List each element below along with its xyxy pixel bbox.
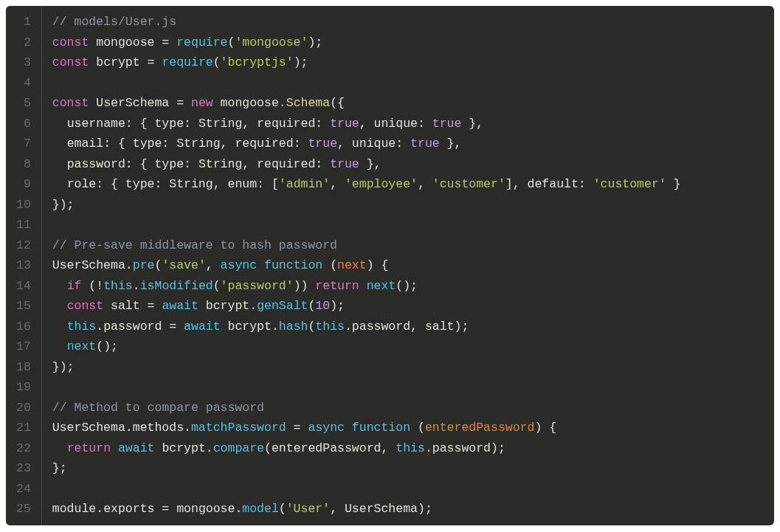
- token-id: required: [257, 157, 315, 171]
- token-kw2: this: [67, 319, 97, 334]
- token-pn: [89, 96, 96, 110]
- token-pn: .: [184, 421, 191, 435]
- token-pn: });: [52, 360, 75, 374]
- token-str: 'bcryptjs': [221, 55, 294, 69]
- token-kw: if: [67, 279, 82, 293]
- token-pn: (: [264, 441, 272, 455]
- token-id: mongoose: [176, 502, 235, 516]
- token-pn: ,: [337, 137, 352, 151]
- token-id: UserSchema: [52, 421, 125, 435]
- line-number: 15: [16, 296, 35, 317]
- code-line: // Method to compare password: [52, 398, 762, 418]
- token-id: type: [133, 137, 162, 151]
- token-pn: [221, 319, 228, 334]
- line-number: 25: [16, 499, 35, 519]
- token-pn: [213, 96, 221, 110]
- token-id: required: [257, 117, 315, 131]
- line-number: 4: [16, 73, 35, 94]
- token-id: salt: [425, 319, 455, 334]
- token-kw2: this: [103, 279, 133, 293]
- token-fn: model: [242, 502, 279, 516]
- line-number: 8: [16, 154, 35, 175]
- token-pn: [169, 96, 176, 110]
- token-pn: .: [425, 441, 432, 455]
- token-id: bcrypt: [206, 299, 249, 313]
- token-kw2: function: [352, 421, 410, 435]
- token-pn: .: [206, 441, 213, 455]
- token-id: required: [235, 137, 293, 151]
- line-number: 17: [16, 336, 35, 357]
- line-number-gutter: 1234567891011121314151617181920212223242…: [6, 6, 42, 525]
- token-pn: : {: [125, 117, 155, 131]
- token-pn: (!: [81, 279, 103, 293]
- token-str: 'save': [162, 258, 205, 272]
- token-id: mongoose: [96, 35, 154, 49]
- token-id: type: [125, 177, 155, 191]
- token-id: UserSchema: [96, 96, 169, 110]
- token-id: module: [52, 502, 96, 516]
- code-line: return await bcrypt.compare(enteredPassw…: [52, 438, 762, 459]
- code-line: });: [52, 195, 762, 215]
- token-id: password: [67, 157, 125, 171]
- code-line: };: [52, 458, 762, 479]
- token-id: salt: [111, 299, 140, 313]
- code-content[interactable]: // models/User.jsconst mongoose = requir…: [42, 6, 774, 525]
- token-pn: [184, 96, 191, 110]
- token-pn: :: [184, 157, 199, 171]
- token-pn: ,: [410, 319, 425, 334]
- token-pn: [140, 55, 148, 69]
- token-pn: ,: [213, 177, 228, 191]
- token-ye: Schema: [286, 96, 330, 110]
- code-line: email: { type: String, required: true, u…: [52, 134, 762, 154]
- token-id: unique: [352, 137, 396, 151]
- code-line: username: { type: String, required: true…: [52, 114, 762, 134]
- token-id: String: [199, 117, 242, 131]
- token-num: 10: [315, 299, 330, 313]
- token-pn: [154, 441, 162, 455]
- token-cm: // Pre-save middleware to hash password: [52, 238, 337, 252]
- token-pn: [111, 441, 118, 455]
- token-pn: [52, 177, 67, 191]
- token-str: 'admin': [279, 177, 330, 191]
- token-pn: .: [133, 279, 140, 293]
- token-cm: // models/User.js: [52, 15, 176, 29]
- token-pn: ();: [396, 279, 418, 293]
- token-pn: [89, 35, 96, 49]
- token-kw2: function: [264, 258, 322, 272]
- token-pn: : {: [103, 137, 133, 151]
- token-pn: },: [440, 137, 462, 151]
- line-number: 23: [16, 458, 35, 479]
- token-bool: true: [410, 137, 440, 151]
- token-id: type: [154, 117, 184, 131]
- token-id: enteredPassword: [272, 441, 382, 455]
- code-line: [52, 215, 762, 235]
- token-kw2: this: [396, 441, 425, 455]
- token-fn: matchPassword: [191, 421, 286, 435]
- code-line: // Pre-save middleware to hash password: [52, 235, 762, 256]
- line-number: 6: [16, 114, 35, 134]
- line-number: 21: [16, 418, 35, 438]
- token-pn: : [: [257, 177, 279, 191]
- token-str: 'User': [286, 502, 330, 516]
- token-id: String: [169, 177, 213, 191]
- line-number: 12: [16, 235, 35, 256]
- token-pn: };: [52, 461, 67, 475]
- token-pn: .: [96, 319, 103, 334]
- line-number: 14: [16, 276, 35, 297]
- line-number: 22: [16, 438, 35, 459]
- token-pn: }: [666, 177, 681, 191]
- token-pn: =: [162, 319, 184, 334]
- token-pn: .: [125, 258, 133, 272]
- line-number: 10: [16, 195, 35, 215]
- line-number: 16: [16, 317, 35, 337]
- token-str: 'customer': [432, 177, 505, 191]
- token-kw: new: [191, 96, 213, 110]
- token-pn: [103, 299, 111, 313]
- token-cm: // Method to compare password: [52, 401, 264, 415]
- token-pn: [359, 279, 367, 293]
- token-pn: :: [162, 137, 176, 151]
- token-pn: .: [96, 502, 103, 516]
- token-pn: [52, 137, 67, 151]
- token-bool: true: [432, 117, 462, 131]
- token-fn: compare: [213, 441, 264, 455]
